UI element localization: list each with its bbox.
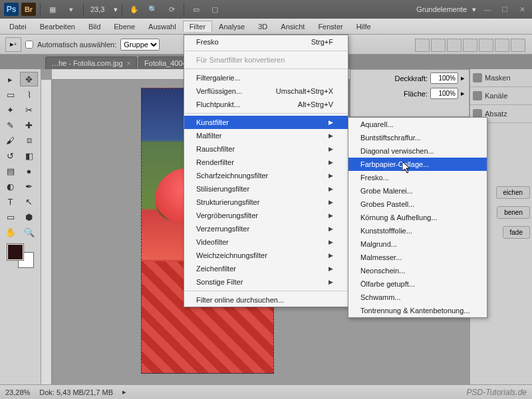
sub-kunststoff[interactable]: Kunststofffolie... xyxy=(348,224,487,237)
lasso-tool[interactable]: ⌇ xyxy=(20,87,38,102)
filter-renderfilter[interactable]: Renderfilter▶ xyxy=(184,156,348,169)
menu-ansicht[interactable]: Ansicht xyxy=(274,21,311,33)
zoom-tool[interactable]: 🔍 xyxy=(20,225,38,239)
auto-select-checkbox[interactable] xyxy=(25,41,33,49)
eraser-tool[interactable]: ◧ xyxy=(20,148,38,163)
layer-properties: Deckkraft:▸ Fläche:▸ xyxy=(350,69,469,117)
stamp-tool[interactable]: ⧈ xyxy=(20,133,38,148)
sub-tontrennung[interactable]: Tontrennung & Kantenbetonung... xyxy=(348,304,487,317)
filter-smart[interactable]: Für Smartfilter konvertieren xyxy=(184,53,348,66)
hand-tool[interactable]: ✋ xyxy=(1,225,19,239)
zoom-icon[interactable]: 🔍 xyxy=(145,3,161,16)
crop-tool[interactable]: ✂ xyxy=(20,102,38,117)
sub-malgrund[interactable]: Malgrund... xyxy=(348,237,487,251)
sub-grobespastell[interactable]: Grobes Pastell... xyxy=(348,198,487,211)
maximize-icon[interactable]: ☐ xyxy=(499,3,511,15)
panel-chars[interactable]: eichen xyxy=(496,186,530,199)
group-select[interactable]: Gruppe xyxy=(120,39,160,51)
auto-select-label: Automatisch auswählen: xyxy=(37,41,116,49)
filter-vergrob[interactable]: Vergröberungsfilter▶ xyxy=(184,209,348,222)
filter-malfilter[interactable]: Malfilter▶ xyxy=(184,129,348,142)
filter-rauschfilter[interactable]: Rauschfilter▶ xyxy=(184,142,348,156)
shape-tool[interactable]: ▭ xyxy=(1,209,19,224)
filter-kunstfilter[interactable]: Kunstfilter▶ xyxy=(184,116,348,129)
bridge-button[interactable]: Br xyxy=(21,3,36,16)
filter-liquify[interactable]: Verflüssigen...Umschalt+Strg+X xyxy=(184,84,348,98)
history-tool[interactable]: ↺ xyxy=(1,148,19,163)
menu-3d[interactable]: 3D xyxy=(251,21,274,33)
menu-filter[interactable]: Filter xyxy=(183,21,212,32)
close-icon[interactable]: ✕ xyxy=(516,3,528,15)
filter-zeichen[interactable]: Zeichenfilter▶ xyxy=(184,262,348,275)
menu-fenster[interactable]: Fenster xyxy=(311,21,349,33)
dodge-tool[interactable]: ◐ xyxy=(1,179,19,194)
zoom-level[interactable]: 23,3 xyxy=(88,5,111,13)
minimize-icon[interactable]: — xyxy=(481,3,493,15)
panel-paths[interactable]: fade xyxy=(503,226,530,239)
fill-input[interactable] xyxy=(430,88,458,99)
type-tool[interactable]: T xyxy=(1,194,19,209)
screen-icon[interactable]: ▢ xyxy=(207,3,223,16)
panel-masks[interactable]: Masken xyxy=(470,69,532,87)
sub-aquarell[interactable]: Aquarell... xyxy=(348,118,487,131)
workspace-label[interactable]: Grundelemente xyxy=(414,5,469,13)
status-zoom[interactable]: 23,28% xyxy=(5,388,30,396)
opacity-input[interactable] xyxy=(430,72,458,84)
sub-fresko[interactable]: Fresko... xyxy=(348,171,487,184)
filter-stil[interactable]: Stilisierungsfilter▶ xyxy=(184,182,348,196)
heal-tool[interactable]: ✚ xyxy=(20,118,38,132)
chevron-down-icon[interactable]: ▾ xyxy=(63,3,79,16)
masks-icon xyxy=(473,73,482,82)
menu-datei[interactable]: Datei xyxy=(3,21,33,33)
layout-icon[interactable]: ▦ xyxy=(45,3,61,16)
filter-vanish[interactable]: Fluchtpunkt...Alt+Strg+V xyxy=(184,98,348,111)
filter-gallery[interactable]: Filtergalerie... xyxy=(184,71,348,84)
filter-online[interactable]: Filter online durchsuchen... xyxy=(184,293,348,307)
filter-weich[interactable]: Weichzeichnungsfilter▶ xyxy=(184,249,348,262)
marquee-tool[interactable]: ▭ xyxy=(1,87,19,102)
close-tab-icon[interactable]: × xyxy=(127,59,131,67)
filter-video[interactable]: Videofilter▶ xyxy=(184,235,348,249)
sub-koernung[interactable]: Körnung & Aufhellung... xyxy=(348,211,487,224)
move-tool-sel[interactable]: ✥ xyxy=(20,72,38,86)
sub-buntstift[interactable]: Buntstiftschraffur... xyxy=(348,131,487,144)
gradient-tool[interactable]: ▤ xyxy=(1,164,19,178)
sub-diagonal[interactable]: Diagonal verwischen... xyxy=(348,144,487,158)
menu-bearbeiten[interactable]: Bearbeiten xyxy=(33,21,82,33)
wand-tool[interactable]: ✦ xyxy=(1,102,19,117)
menu-hilfe[interactable]: Hilfe xyxy=(350,21,378,33)
sub-schwamm[interactable]: Schwamm... xyxy=(348,291,487,304)
filter-last[interactable]: FreskoStrg+F xyxy=(184,35,348,49)
pen-tool[interactable]: ✒ xyxy=(20,179,38,194)
panel-layers[interactable]: benen xyxy=(497,206,530,219)
sub-grobemalerei[interactable]: Grobe Malerei... xyxy=(348,184,487,198)
filter-sonstige[interactable]: Sonstige Filter▶ xyxy=(184,275,348,289)
filter-struktur[interactable]: Strukturierungsfilter▶ xyxy=(184,196,348,209)
hand-icon[interactable]: ✋ xyxy=(126,3,142,16)
fill-label: Fläche: xyxy=(404,90,428,98)
panel-channels[interactable]: Kanäle xyxy=(470,87,532,105)
sub-farbpapier[interactable]: Farbpapier-Collage... xyxy=(348,158,487,171)
filter-verzerr[interactable]: Verzerrungsfilter▶ xyxy=(184,222,348,235)
path-tool[interactable]: ↖ xyxy=(20,194,38,209)
main-menubar: Datei Bearbeiten Bild Ebene Auswahl Filt… xyxy=(0,19,532,35)
sub-oelfarbe[interactable]: Ölfarbe getupft... xyxy=(348,277,487,291)
menu-auswahl[interactable]: Auswahl xyxy=(142,21,183,33)
rotate-icon[interactable]: ⟳ xyxy=(164,3,180,16)
blur-tool[interactable]: ● xyxy=(20,164,38,178)
color-swatch[interactable] xyxy=(7,244,34,268)
doc-tab[interactable]: …he - Fotolia.com.jpg× xyxy=(45,57,137,69)
arrange-icon[interactable]: ▭ xyxy=(188,3,204,16)
tool-preset-icon[interactable]: ▸+ xyxy=(5,37,21,52)
menu-analyse[interactable]: Analyse xyxy=(212,21,251,33)
eyedropper-tool[interactable]: ✎ xyxy=(1,118,19,132)
sub-neonschein[interactable]: Neonschein... xyxy=(348,264,487,277)
move-tool[interactable]: ▸ xyxy=(1,72,19,86)
align-icon[interactable] xyxy=(415,39,430,52)
filter-scharf[interactable]: Scharfzeichnungsfilter▶ xyxy=(184,169,348,182)
menu-ebene[interactable]: Ebene xyxy=(107,21,142,33)
3d-tool[interactable]: ⬢ xyxy=(20,209,38,224)
menu-bild[interactable]: Bild xyxy=(82,21,107,33)
sub-malmesser[interactable]: Malmesser... xyxy=(348,251,487,264)
brush-tool[interactable]: 🖌 xyxy=(1,133,19,148)
